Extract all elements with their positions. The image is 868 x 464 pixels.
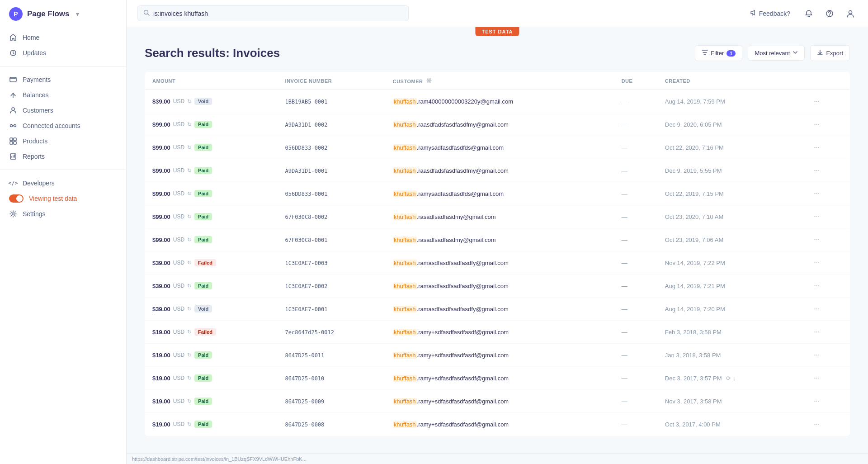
refresh-icon[interactable]: ↻ bbox=[187, 213, 192, 220]
table-cell-invoice-number: 1BB19AB5-0001 bbox=[278, 90, 386, 113]
table-cell-customer: khuffash.ram400000000003220y@gmail.com bbox=[386, 90, 614, 113]
sidebar-item-payments[interactable]: Payments bbox=[0, 72, 126, 87]
refresh-icon[interactable]: ↻ bbox=[187, 144, 192, 151]
table-cell-created: Nov 14, 2019, 7:22 PM bbox=[658, 251, 802, 275]
customer-suffix: .rasadfsadfasdmy@gmail.com bbox=[417, 213, 496, 220]
row-more-button[interactable]: ··· bbox=[810, 118, 823, 130]
table-row[interactable]: $39.00 USD ↻ Failed 1C3E0AE7-0003 khuffa… bbox=[145, 251, 850, 275]
export-button[interactable]: Export bbox=[810, 45, 850, 61]
refresh-icon[interactable]: ↻ bbox=[187, 190, 192, 197]
table-row[interactable]: $19.00 USD ↻ Paid 8647D25-0010 khuffash.… bbox=[145, 367, 850, 390]
sidebar-item-viewing-test-data[interactable]: Viewing test data bbox=[0, 191, 126, 206]
search-input[interactable] bbox=[153, 10, 403, 17]
table-row[interactable]: $39.00 USD ↻ Void 1C3E0AE7-0001 khuffash… bbox=[145, 298, 850, 321]
test-data-toggle[interactable] bbox=[9, 194, 24, 203]
feedback-button[interactable]: Feedback? bbox=[745, 7, 795, 20]
nav-top-section: Home Updates bbox=[0, 28, 126, 62]
refresh-icon[interactable]: ↻ bbox=[187, 167, 192, 174]
sidebar-item-customers[interactable]: Customers bbox=[0, 103, 126, 118]
filter-button[interactable]: Filter 1 bbox=[695, 45, 742, 61]
refresh-icon[interactable]: ↻ bbox=[187, 237, 192, 243]
refresh-icon[interactable]: ↻ bbox=[187, 98, 192, 104]
main-content-area: Feedback? TEST DATA Search results: Invo… bbox=[127, 0, 868, 464]
filter-label: Filter bbox=[711, 50, 724, 57]
amount-value: $39.00 bbox=[152, 98, 170, 105]
table-row[interactable]: $19.00 USD ↻ Paid 8647D25-0009 khuffash.… bbox=[145, 390, 850, 413]
row-more-button[interactable]: ··· bbox=[810, 257, 823, 269]
table-cell-due: — bbox=[614, 275, 658, 298]
sidebar-logo[interactable]: P Page Flows ▾ bbox=[0, 0, 126, 28]
customer-suffix: .ramasdfasdfsadfasdfy@gmail.com bbox=[417, 283, 509, 289]
chevron-down-icon: ▾ bbox=[76, 10, 79, 18]
table-row[interactable]: $19.00 USD ↻ Failed 7ec8647d25-0012 khuf… bbox=[145, 321, 850, 344]
refresh-icon[interactable]: ↻ bbox=[187, 398, 192, 404]
row-more-button[interactable]: ··· bbox=[810, 349, 823, 361]
table-row[interactable]: $99.00 USD ↻ Paid 056DD833-0002 khuffash… bbox=[145, 136, 850, 159]
refresh-icon[interactable]: ↻ bbox=[187, 329, 192, 335]
sidebar-item-products[interactable]: Products bbox=[0, 133, 126, 149]
sidebar-item-home[interactable]: Home bbox=[0, 30, 126, 45]
row-more-button[interactable]: ··· bbox=[810, 395, 823, 407]
refresh-icon[interactable]: ↻ bbox=[187, 306, 192, 312]
svg-point-15 bbox=[428, 80, 430, 81]
sidebar-item-reports[interactable]: Reports bbox=[0, 149, 126, 164]
svg-rect-6 bbox=[14, 138, 16, 141]
sidebar-item-connected-accounts[interactable]: Connected accounts bbox=[0, 118, 126, 133]
row-more-button[interactable]: ··· bbox=[810, 234, 823, 246]
refresh-icon[interactable]: ↻ bbox=[187, 260, 192, 266]
due-value: — bbox=[622, 375, 627, 382]
user-profile-button[interactable] bbox=[844, 7, 857, 20]
invoice-number: 1C3E0AE7-0001 bbox=[285, 306, 328, 312]
invoice-number: 1BB19AB5-0001 bbox=[285, 99, 328, 105]
amount-value: $19.00 bbox=[152, 398, 170, 405]
table-row[interactable]: $99.00 USD ↻ Paid 056DD833-0001 khuffash… bbox=[145, 182, 850, 205]
table-cell-actions: ··· bbox=[802, 344, 850, 367]
customer-highlight: khuffash bbox=[393, 237, 417, 243]
table-cell-invoice-number: 8647D25-0008 bbox=[278, 413, 386, 436]
table-row[interactable]: $39.00 USD ↻ Paid 1C3E0AE7-0002 khuffash… bbox=[145, 275, 850, 298]
table-row[interactable]: $19.00 USD ↻ Paid 8647D25-0011 khuffash.… bbox=[145, 344, 850, 367]
status-url: https://dashboard.stripe.com/test/invoic… bbox=[132, 456, 307, 462]
amount-value: $99.00 bbox=[152, 213, 170, 220]
refresh-icon[interactable]: ↻ bbox=[187, 283, 192, 289]
notifications-button[interactable] bbox=[802, 7, 816, 20]
help-button[interactable] bbox=[823, 7, 836, 20]
table-cell-amount: $99.00 USD ↻ Paid bbox=[145, 136, 278, 159]
sidebar-item-updates[interactable]: Updates bbox=[0, 45, 126, 61]
sort-select[interactable]: Most relevant bbox=[748, 46, 805, 61]
row-more-button[interactable]: ··· bbox=[810, 372, 823, 384]
customer-suffix: .ram400000000003220y@gmail.com bbox=[417, 98, 513, 105]
table-cell-customer: khuffash.ramasdfasdfsadfasdfy@gmail.com bbox=[386, 251, 614, 275]
customer-email: khuffash.ramy+sdfasdfasdfasdf@gmail.com bbox=[393, 352, 509, 359]
row-more-button[interactable]: ··· bbox=[810, 211, 823, 223]
table-row[interactable]: $99.00 USD ↻ Paid 67F030C8-0002 khuffash… bbox=[145, 205, 850, 228]
row-more-button[interactable]: ··· bbox=[810, 165, 823, 176]
sidebar-item-products-label: Products bbox=[23, 137, 47, 145]
table-row[interactable]: $99.00 USD ↻ Paid 67F030C8-0001 khuffash… bbox=[145, 228, 850, 251]
row-more-button[interactable]: ··· bbox=[810, 95, 823, 107]
row-more-button[interactable]: ··· bbox=[810, 303, 823, 315]
row-more-button[interactable]: ··· bbox=[810, 142, 823, 153]
table-cell-actions: ··· bbox=[802, 413, 850, 436]
table-row[interactable]: $99.00 USD ↻ Paid A9DA31D1-0001 khuffash… bbox=[145, 159, 850, 182]
refresh-icon[interactable]: ↻ bbox=[187, 375, 192, 381]
table-cell-created: Jan 3, 2018, 3:58 PM bbox=[658, 344, 802, 367]
table-row[interactable]: $39.00 USD ↻ Void 1BB19AB5-0001 khuffash… bbox=[145, 90, 850, 113]
row-more-button[interactable]: ··· bbox=[810, 280, 823, 292]
svg-point-2 bbox=[12, 108, 14, 110]
row-more-button[interactable]: ··· bbox=[810, 326, 823, 338]
table-row[interactable]: $19.00 USD ↻ Paid 8647D25-0008 khuffash.… bbox=[145, 413, 850, 436]
currency-label: USD bbox=[173, 306, 184, 312]
sidebar-item-developers[interactable]: </> Developers bbox=[0, 175, 126, 191]
refresh-icon[interactable]: ↻ bbox=[187, 121, 192, 128]
row-more-button[interactable]: ··· bbox=[810, 188, 823, 199]
customer-column-settings-icon[interactable] bbox=[426, 78, 432, 83]
refresh-icon[interactable]: ↻ bbox=[187, 421, 192, 427]
search-bar[interactable] bbox=[137, 5, 409, 21]
table-row[interactable]: $99.00 USD ↻ Paid A9DA31D1-0002 khuffash… bbox=[145, 113, 850, 136]
sidebar-item-balances[interactable]: Balances bbox=[0, 87, 126, 103]
row-more-button[interactable]: ··· bbox=[810, 418, 823, 430]
refresh-icon[interactable]: ↻ bbox=[187, 352, 192, 358]
topbar-actions: Feedback? bbox=[745, 7, 857, 20]
sidebar-item-settings[interactable]: Settings bbox=[0, 206, 126, 222]
